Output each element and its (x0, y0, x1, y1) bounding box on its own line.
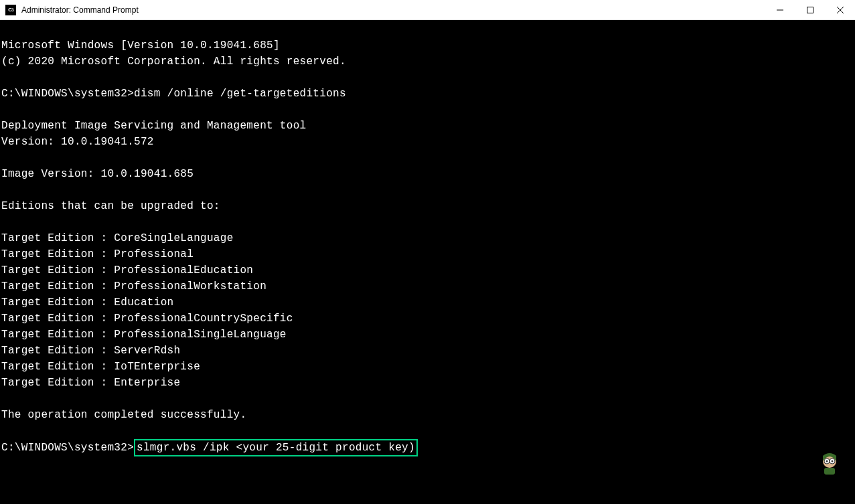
prompt-command: dism /online /get-targeteditions (134, 88, 346, 100)
terminal-area[interactable]: Microsoft Windows [Version 10.0.19041.68… (0, 20, 855, 456)
highlighted-command: slmgr.vbs /ipk <your 25-digit product ke… (134, 439, 418, 456)
terminal-line: Target Edition : Education (1, 297, 173, 309)
terminal-line: (c) 2020 Microsoft Corporation. All righ… (1, 56, 346, 68)
terminal-line: The operation completed successfully. (1, 409, 246, 421)
close-button[interactable] (825, 0, 855, 20)
svg-point-8 (832, 460, 834, 463)
terminal-line: Target Edition : ProfessionalCountrySpec… (1, 313, 293, 325)
titlebar: C:\ Administrator: Command Prompt (0, 0, 855, 20)
svg-rect-9 (824, 468, 835, 475)
terminal-line: Target Edition : Enterprise (1, 377, 180, 389)
svg-rect-1 (807, 7, 813, 13)
minimize-icon (777, 7, 783, 13)
window-title: Administrator: Command Prompt (21, 5, 139, 15)
maximize-button[interactable] (795, 0, 825, 20)
terminal-line: Target Edition : ProfessionalSingleLangu… (1, 329, 287, 341)
terminal-line: Target Edition : ServerRdsh (1, 345, 180, 357)
terminal-line: Image Version: 10.0.19041.685 (1, 168, 193, 180)
terminal-line: Target Edition : IoTEnterprise (1, 361, 200, 373)
svg-point-7 (826, 460, 828, 463)
avatar-icon (816, 449, 843, 476)
close-icon (837, 7, 844, 13)
terminal-line: Target Edition : CoreSingleLanguage (1, 232, 234, 244)
terminal-line: Target Edition : ProfessionalEducation (1, 264, 253, 276)
terminal-line: Target Edition : Professional (1, 248, 193, 260)
terminal-line: Deployment Image Servicing and Managemen… (1, 120, 306, 132)
prompt-path: C:\WINDOWS\system32> (1, 88, 134, 100)
terminal-line: Version: 10.0.19041.572 (1, 136, 154, 148)
terminal-line: Target Edition : ProfessionalWorkstation (1, 280, 266, 292)
terminal-line: Microsoft Windows [Version 10.0.19041.68… (1, 39, 280, 52)
titlebar-left: C:\ Administrator: Command Prompt (0, 5, 139, 15)
minimize-button[interactable] (765, 0, 795, 20)
window-controls (765, 0, 855, 20)
terminal-line: Editions that can be upgraded to: (1, 200, 220, 212)
prompt-path: C:\WINDOWS\system32> (1, 442, 134, 454)
maximize-icon (807, 7, 813, 13)
cmd-icon: C:\ (5, 5, 16, 15)
